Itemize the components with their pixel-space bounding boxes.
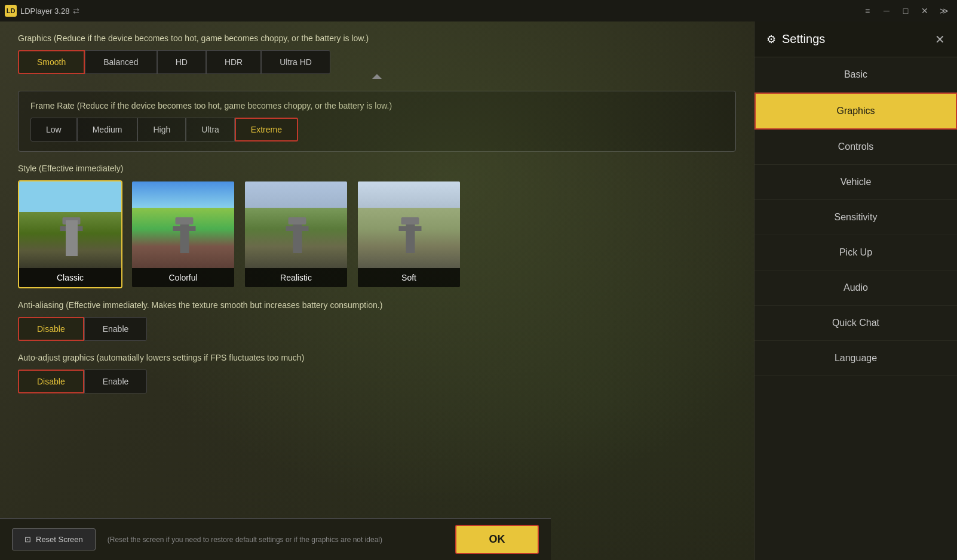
- style-label: Style (Effective immediately): [18, 164, 736, 173]
- autoadjust-label: Auto-adjust graphics (automatially lower…: [18, 353, 736, 362]
- style-realistic-label: Realistic: [245, 268, 347, 287]
- sidebar-item-vehicle[interactable]: Vehicle: [754, 165, 957, 200]
- app-icon: LD: [5, 5, 17, 17]
- autoadjust-section: Auto-adjust graphics (automatially lower…: [18, 353, 736, 393]
- style-soft-card[interactable]: Soft: [357, 180, 461, 288]
- sidebar-item-basic[interactable]: Basic: [754, 57, 957, 93]
- reset-hint: (Reset the screen if you need to restore…: [108, 536, 382, 544]
- style-section: Style (Effective immediately) Classic Co…: [18, 164, 736, 288]
- frame-rate-label: Frame Rate (Reduce if the device becomes…: [30, 101, 723, 110]
- style-classic-label: Classic: [19, 268, 121, 287]
- tower-icon-classic: [67, 223, 76, 253]
- framerate-low-button[interactable]: Low: [30, 118, 77, 141]
- frame-rate-section: Frame Rate (Reduce if the device becomes…: [18, 91, 736, 152]
- antialiasing-enable-button[interactable]: Enable: [84, 317, 148, 341]
- sidebar-item-graphics[interactable]: Graphics: [754, 93, 957, 130]
- tower-icon-realistic: [293, 223, 302, 253]
- close-button[interactable]: ✕: [916, 4, 933, 17]
- main-area: Graphics (Reduce if the device becomes t…: [0, 21, 957, 560]
- framerate-high-button[interactable]: High: [137, 118, 186, 141]
- maximize-button[interactable]: □: [897, 4, 914, 17]
- sidebar-item-controls[interactable]: Controls: [754, 130, 957, 165]
- sidebar-item-pickup[interactable]: Pick Up: [754, 235, 957, 270]
- ok-button[interactable]: OK: [455, 525, 539, 554]
- menu-button[interactable]: ≡: [859, 4, 876, 17]
- tower-icon-colorful: [180, 223, 189, 253]
- quality-ultrahd-button[interactable]: Ultra HD: [261, 50, 330, 74]
- app-name: LDPlayer 3.28: [20, 7, 69, 16]
- framerate-extreme-button[interactable]: Extreme: [235, 118, 298, 141]
- sidebar-nav: Basic Graphics Controls Vehicle Sensitiv…: [754, 57, 957, 560]
- graphics-quality-buttons: Smooth Balanced HD HDR Ultra HD: [18, 50, 736, 74]
- graphics-quality-label: Graphics (Reduce if the device becomes t…: [18, 33, 736, 43]
- sidebar-item-audio[interactable]: Audio: [754, 270, 957, 306]
- style-classic-image: [19, 181, 122, 268]
- autoadjust-enable-button[interactable]: Enable: [84, 370, 148, 393]
- sidebar: ⚙ Settings ✕ Basic Graphics Controls Veh…: [754, 21, 957, 560]
- tower-icon-soft: [406, 223, 415, 253]
- style-realistic-card[interactable]: Realistic: [244, 180, 348, 288]
- frame-rate-buttons: Low Medium High Ultra Extreme: [30, 118, 723, 141]
- link-icon: ⇄: [73, 7, 79, 16]
- more-button[interactable]: ≫: [935, 4, 952, 17]
- reset-screen-button[interactable]: ⊡ Reset Screen: [12, 528, 96, 550]
- settings-title: ⚙ Settings: [766, 32, 825, 46]
- minimize-button[interactable]: ─: [878, 4, 895, 17]
- style-cards-container: Classic Colorful Realistic: [18, 180, 736, 288]
- quality-balanced-button[interactable]: Balanced: [85, 50, 157, 74]
- arrow-indicator: [372, 74, 382, 79]
- autoadjust-disable-button[interactable]: Disable: [18, 370, 84, 393]
- bottom-bar: ⊡ Reset Screen (Reset the screen if you …: [0, 518, 551, 560]
- quality-hd-button[interactable]: HD: [157, 50, 206, 74]
- settings-close-button[interactable]: ✕: [935, 32, 945, 47]
- antialiasing-toggle-row: Disable Enable: [18, 317, 736, 341]
- title-bar: LD LDPlayer 3.28 ⇄ ≡ ─ □ ✕ ≫: [0, 0, 957, 21]
- gear-icon: ⚙: [766, 33, 776, 46]
- antialiasing-disable-button[interactable]: Disable: [18, 317, 84, 341]
- settings-label: Settings: [782, 32, 825, 46]
- sidebar-item-quickchat[interactable]: Quick Chat: [754, 306, 957, 341]
- framerate-ultra-button[interactable]: Ultra: [186, 118, 235, 141]
- autoadjust-toggle-row: Disable Enable: [18, 370, 736, 393]
- style-soft-image: [358, 181, 461, 268]
- antialiasing-label: Anti-aliasing (Effective immediately. Ma…: [18, 300, 736, 310]
- style-colorful-label: Colorful: [132, 268, 234, 287]
- quality-smooth-button[interactable]: Smooth: [18, 50, 85, 74]
- framerate-medium-button[interactable]: Medium: [77, 118, 138, 141]
- content-panel: Graphics (Reduce if the device becomes t…: [0, 21, 754, 560]
- style-classic-card[interactable]: Classic: [18, 180, 122, 288]
- reset-icon: ⊡: [24, 535, 31, 544]
- settings-header: ⚙ Settings ✕: [754, 21, 957, 57]
- reset-label: Reset Screen: [36, 535, 83, 544]
- style-colorful-image: [132, 181, 235, 268]
- style-realistic-image: [245, 181, 348, 268]
- title-bar-left: LD LDPlayer 3.28 ⇄: [5, 5, 79, 17]
- sidebar-item-language[interactable]: Language: [754, 341, 957, 376]
- style-colorful-card[interactable]: Colorful: [131, 180, 235, 288]
- antialiasing-section: Anti-aliasing (Effective immediately. Ma…: [18, 300, 736, 341]
- quality-hdr-button[interactable]: HDR: [206, 50, 261, 74]
- sidebar-item-sensitivity[interactable]: Sensitivity: [754, 200, 957, 235]
- style-soft-label: Soft: [358, 268, 460, 287]
- graphics-quality-section: Graphics (Reduce if the device becomes t…: [18, 33, 736, 79]
- window-controls: ≡ ─ □ ✕ ≫: [859, 4, 952, 17]
